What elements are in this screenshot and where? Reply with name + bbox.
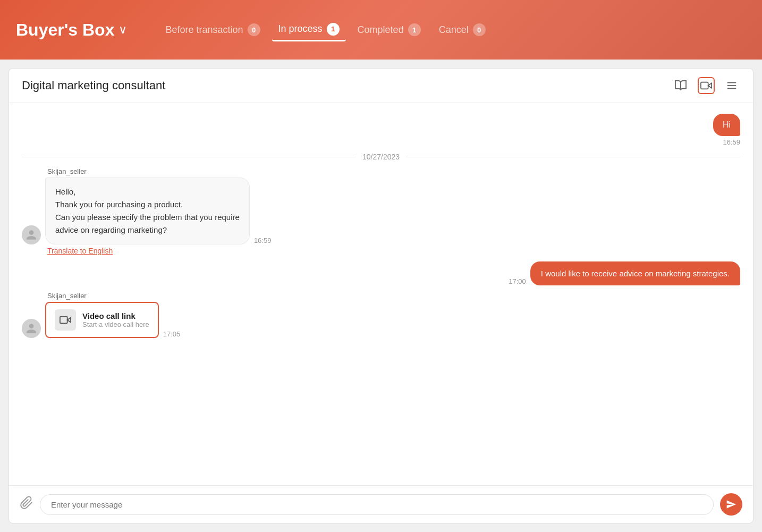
tab-cancel-label: Cancel <box>439 24 469 36</box>
tab-completed-label: Completed <box>358 24 404 36</box>
message-received-hello: Skijan_seller Hello, Thank you for purch… <box>22 167 740 255</box>
tab-inprocess-label: In process <box>278 23 323 35</box>
video-call-title: Video call link <box>82 311 149 320</box>
sender-name-1: Skijan_seller <box>47 167 740 175</box>
attach-icon[interactable] <box>20 496 33 513</box>
messages-area: Hi 16:59 10/27/2023 Skijan_seller Hello,… <box>9 103 753 485</box>
video-call-icon <box>55 309 76 331</box>
message-sent-hi: Hi 16:59 <box>22 114 740 146</box>
tab-before-badge: 0 <box>248 23 260 36</box>
chat-title: Digital marketing consultant <box>22 79 165 92</box>
date-text: 10/27/2023 <box>362 153 400 161</box>
video-call-text: Video call link Start a video call here <box>82 311 149 328</box>
svg-marker-0 <box>708 83 712 88</box>
sender-name-2: Skijan_seller <box>47 292 740 300</box>
chat-actions <box>672 77 740 94</box>
tab-cancel[interactable]: Cancel 0 <box>433 19 492 40</box>
tab-in-process[interactable]: In process 1 <box>272 19 346 41</box>
send-button[interactable] <box>720 493 742 516</box>
book-icon[interactable] <box>672 77 689 94</box>
chevron-down-icon: ∨ <box>118 23 127 37</box>
tab-before-label: Before transaction <box>165 24 243 36</box>
translate-link[interactable]: Translate to English <box>47 247 740 255</box>
tab-completed-badge: 1 <box>408 23 421 36</box>
main-content: Digital marketing consultant <box>9 68 753 523</box>
video-icon[interactable] <box>698 77 715 94</box>
chat-header: Digital marketing consultant <box>9 69 753 103</box>
video-call-subtitle: Start a video call here <box>82 320 149 328</box>
message-row-hello: Hello, Thank you for purchasing a produc… <box>22 178 740 244</box>
time-video: 17:05 <box>163 330 181 338</box>
menu-icon[interactable] <box>723 77 740 94</box>
bubble-hi: Hi <box>713 114 740 136</box>
tab-cancel-badge: 0 <box>473 23 486 36</box>
time-hi: 16:59 <box>723 138 740 146</box>
date-divider: 10/27/2023 <box>22 153 740 161</box>
svg-rect-6 <box>60 317 67 324</box>
header: Buyer's Box ∨ Before transaction 0 In pr… <box>0 0 762 60</box>
bubble-hello: Hello, Thank you for purchasing a produc… <box>45 178 250 244</box>
time-marketing: 17:00 <box>509 277 526 285</box>
avatar-seller-1 <box>22 225 41 244</box>
tab-before-transaction[interactable]: Before transaction 0 <box>159 19 266 40</box>
message-row-video: Video call link Start a video call here … <box>22 302 740 338</box>
tab-inprocess-badge: 1 <box>327 23 340 36</box>
svg-rect-1 <box>701 82 708 89</box>
message-sent-marketing: 17:00 I would like to receive advice on … <box>22 261 740 285</box>
app-title[interactable]: Buyer's Box ∨ <box>16 20 127 40</box>
avatar-seller-2 <box>22 319 41 338</box>
svg-marker-5 <box>67 317 71 322</box>
input-area <box>9 485 753 523</box>
message-received-video: Skijan_seller Video call link <box>22 292 740 338</box>
video-call-card[interactable]: Video call link Start a video call here <box>45 302 159 338</box>
tab-completed[interactable]: Completed 1 <box>351 19 427 40</box>
nav-tabs: Before transaction 0 In process 1 Comple… <box>159 19 746 41</box>
message-input[interactable] <box>40 494 714 515</box>
bubble-marketing: I would like to receive advice on market… <box>530 261 740 285</box>
time-hello: 16:59 <box>254 237 272 244</box>
app-title-text: Buyer's Box <box>16 20 114 40</box>
